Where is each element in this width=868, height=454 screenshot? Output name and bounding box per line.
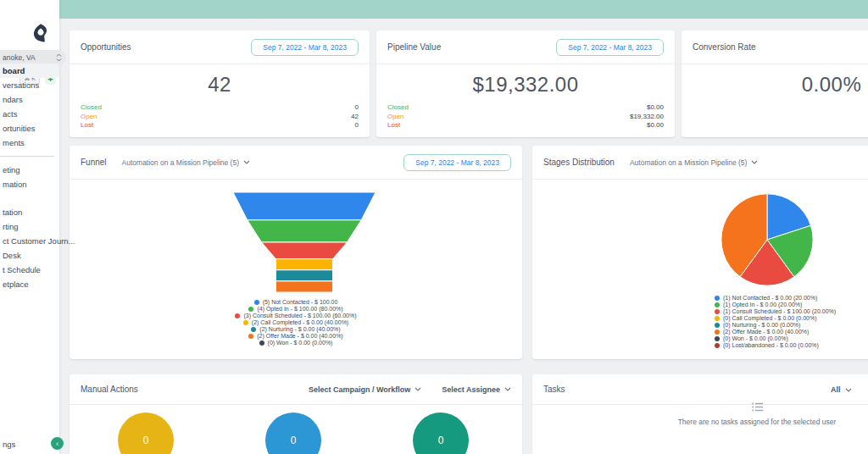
chevron-down-icon xyxy=(415,387,421,391)
card-header: Funnel Automation on a Mission Pipeline … xyxy=(70,146,522,180)
tasks-filter-label: All xyxy=(831,385,841,394)
pipeline-value: $19,332.00 xyxy=(376,73,675,97)
breakdown-value: $19,332.00 xyxy=(630,113,664,122)
card-title: Conversion Rate xyxy=(693,42,755,52)
sidebar-item-dashboard[interactable]: board xyxy=(0,64,59,78)
sidebar: anoke, VA ⌘ K + boardversationsndarsacts… xyxy=(0,0,59,454)
card-header: Opportunities Sep 7, 2022 - Mar 8, 2023 xyxy=(70,30,370,64)
legend-dot xyxy=(251,327,256,332)
sidebar-item-payments[interactable]: ments xyxy=(0,136,59,150)
legend-dot xyxy=(259,340,264,346)
manual-action-counter-3[interactable]: 0 xyxy=(413,412,469,454)
funnel-segment-opted-in xyxy=(248,220,361,242)
sidebar-item-schedule[interactable]: t Schedule xyxy=(0,263,59,277)
sidebar-item-calendars[interactable]: ndars xyxy=(0,92,59,107)
legend-dot xyxy=(715,316,720,321)
legend-item: (2) Nurturing - $ 0.00 (40.00%) xyxy=(251,326,340,332)
card-title: Funnel xyxy=(81,158,107,167)
legend-label: (4) Opted In - $ 100.00 (80.00%) xyxy=(257,306,342,312)
sidebar-item-help-desk[interactable]: Desk xyxy=(0,248,59,263)
card-header: Manual Actions Select Campaign / Workflo… xyxy=(70,374,522,405)
campaign-workflow-label: Select Campaign / Workflow xyxy=(309,385,410,394)
legend-item: (0) Won - $ 0.00 (0.00%) xyxy=(259,340,333,346)
sidebar-collapse-button[interactable]: ‹ xyxy=(51,437,64,450)
card-title: Pipeline Value xyxy=(387,42,441,52)
sidebar-item-contacts[interactable]: acts xyxy=(0,107,59,121)
sidebar-divider xyxy=(0,156,54,157)
card-header: Pipeline Value Sep 7, 2022 - Mar 8, 2023 xyxy=(376,30,675,64)
dashboard-screen: anoke, VA ⌘ K + boardversationsndarsacts… xyxy=(0,0,868,454)
breakdown-row: Open42 xyxy=(81,113,359,122)
conversion-rate-card: Conversion Rate 0.00% xyxy=(682,30,868,137)
legend-label: (0) Lost/abandoned - $ 0.00 (0.00%) xyxy=(723,342,819,348)
pipeline-selector[interactable]: Automation on a Mission Pipeline (5) xyxy=(630,158,758,167)
legend-item: (4) Opted In - $ 100.00 (80.00%) xyxy=(248,306,342,312)
assignee-label: Select Assignee xyxy=(442,385,500,394)
sidebar-item-automation[interactable]: mation xyxy=(0,177,59,191)
breakdown-list: Closed$0.00Open$19,332.00Lost$0.00 xyxy=(376,97,675,130)
legend-label: (0) Nurturing - $ 0.00 (0.00%) xyxy=(723,322,800,328)
sidebar-item-opportunities[interactable]: ortunities xyxy=(0,121,59,136)
legend-label: (2) Offer Made - $ 0.00 (40.00%) xyxy=(257,333,342,339)
legend-dot xyxy=(248,334,253,339)
pipeline-selector[interactable]: Automation on a Mission Pipeline (5) xyxy=(122,158,250,167)
legend-label: (2) Nurturing - $ 0.00 (40.00%) xyxy=(259,326,340,332)
breakdown-value: 0 xyxy=(355,121,359,130)
date-range-button[interactable]: Sep 7, 2022 - Mar 8, 2023 xyxy=(556,39,664,56)
sidebar-item-marketplace[interactable]: etplace xyxy=(0,277,59,291)
legend-dot xyxy=(715,336,720,341)
breakdown-label: Open xyxy=(387,113,404,122)
date-range-button[interactable]: Sep 7, 2022 - Mar 8, 2023 xyxy=(251,39,359,56)
breakdown-list: Closed0Open42Lost0 xyxy=(70,97,370,130)
funnel-segment-nurturing xyxy=(275,270,332,281)
funnel-segment-consult-scheduled xyxy=(262,242,348,259)
pipeline-selector-label: Automation on a Mission Pipeline (5) xyxy=(122,158,239,167)
card-header: Conversion Rate xyxy=(682,30,868,64)
assignee-selector[interactable]: Select Assignee xyxy=(442,385,511,394)
legend-label: (2) Call Completed - $ 0.00 (40.00%) xyxy=(252,319,348,325)
legend-label: (3) Consult Scheduled - $ 100.00 (60.00%… xyxy=(243,313,356,318)
legend-dot xyxy=(235,313,240,318)
tasks-empty-state: There are no tasks assigned for the sele… xyxy=(532,400,868,426)
legend-item: (1) Not Contacted - $ 0.00 (20.00%) xyxy=(715,295,817,301)
legend-item: (1) Consult Scheduled - $ 100.00 (20.00%… xyxy=(715,308,836,314)
date-range-button[interactable]: Sep 7, 2022 - Mar 8, 2023 xyxy=(403,154,511,171)
manual-action-counter-2[interactable]: 0 xyxy=(265,412,321,454)
sidebar-item-reputation[interactable]: tation xyxy=(0,205,59,219)
topbar xyxy=(59,0,868,19)
legend-item: (2) Call Completed - $ 0.00 (40.00%) xyxy=(243,319,348,325)
legend-label: (1) Not Contacted - $ 0.00 (20.00%) xyxy=(723,295,817,301)
breakdown-label: Open xyxy=(81,113,97,122)
manual-action-counter-1[interactable]: 0 xyxy=(118,412,174,454)
campaign-workflow-selector[interactable]: Select Campaign / Workflow xyxy=(309,385,421,394)
breakdown-row: Lost$0.00 xyxy=(387,121,664,130)
legend-item: (0) Nurturing - $ 0.00 (0.00%) xyxy=(715,322,800,328)
breakdown-label: Closed xyxy=(81,103,102,113)
legend-dot xyxy=(715,343,720,348)
sidebar-item-customer-journey[interactable]: ct Customer Journ... xyxy=(0,234,59,248)
funnel-legend: (5) Not Contacted - $ 100.00(4) Opted In… xyxy=(70,299,522,346)
chevron-down-icon xyxy=(845,388,852,392)
funnel-segment-not-contacted xyxy=(233,192,376,220)
chevron-updown-icon xyxy=(56,53,62,62)
tasks-empty-message: There are no tasks assigned for the sele… xyxy=(532,418,868,426)
breakdown-label: Lost xyxy=(387,121,400,130)
opportunities-value: 42 xyxy=(70,73,370,97)
location-label: anoke, VA xyxy=(3,53,36,62)
pipeline-value-card: Pipeline Value Sep 7, 2022 - Mar 8, 2023… xyxy=(376,30,675,137)
sidebar-item-settings[interactable]: ngs xyxy=(3,440,15,449)
sidebar-item-conversations[interactable]: versations xyxy=(0,78,59,92)
card-title: Manual Actions xyxy=(81,385,138,394)
breakdown-label: Lost xyxy=(81,121,93,130)
sidebar-item-marketing[interactable]: eting xyxy=(0,163,59,177)
legend-item: (1) Opted In - $ 0.00 (20.00%) xyxy=(715,302,802,307)
tasks-filter-selector[interactable]: All xyxy=(831,385,852,394)
app-logo-icon[interactable] xyxy=(29,22,53,46)
breakdown-value: $0.00 xyxy=(647,121,664,130)
legend-dot xyxy=(715,296,720,301)
tasks-card: Tasks All There are no tasks assigned fo… xyxy=(532,374,868,454)
breakdown-label: Closed xyxy=(387,103,409,113)
breakdown-value: 0 xyxy=(355,103,359,113)
funnel-segment-offer-made xyxy=(275,281,332,292)
sidebar-item-reporting[interactable]: rting xyxy=(0,219,59,234)
